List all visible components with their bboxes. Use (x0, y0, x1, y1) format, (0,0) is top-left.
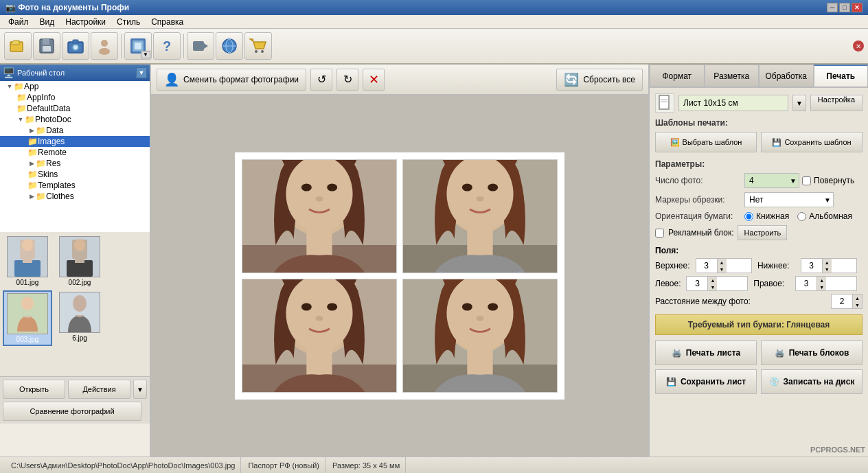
toolbar-save-btn[interactable] (33, 32, 60, 60)
orientation-book-label[interactable]: Книжная (744, 211, 789, 221)
markers-dropdown[interactable]: ▼ (822, 196, 833, 204)
thumbnail-area[interactable]: 001.jpg 002.jpg (0, 232, 150, 376)
minimize-button[interactable]: ─ (827, 3, 838, 12)
tree-item-clothes[interactable]: ▶ 📁 Clothes (0, 191, 150, 202)
menu-settings[interactable]: Настройки (60, 16, 111, 28)
thumbnail-001[interactable]: 001.jpg (3, 235, 52, 288)
tree-item-app[interactable]: ▼ 📁 App (0, 81, 150, 92)
top-field-spin[interactable]: ▲ ▼ (696, 258, 752, 273)
tree-item-defaultdata[interactable]: 📁 DefaultData (0, 103, 150, 114)
top-field-down[interactable]: ▼ (717, 266, 727, 273)
toolbar-open-btn[interactable] (4, 32, 32, 60)
right-field-down[interactable]: ▼ (816, 284, 826, 290)
bottom-field-down[interactable]: ▼ (822, 266, 832, 273)
orientation-land-label[interactable]: Альбомная (797, 211, 852, 221)
toolbar-person-btn[interactable] (91, 32, 118, 60)
menu-file[interactable]: Файл (3, 16, 34, 28)
bottom-field-input[interactable] (801, 261, 822, 270)
toolbar-video-btn[interactable] (187, 32, 214, 60)
rotate-checkbox[interactable] (802, 176, 811, 185)
actions-dropdown-btn[interactable]: ▼ (133, 380, 147, 399)
save-template-btn[interactable]: 💾 Сохранить шаблон (761, 132, 863, 152)
save-sheet-btn[interactable]: 💾 Сохранить лист (655, 369, 757, 394)
format-row: Лист 10х15 см ▼ Настройка (655, 93, 863, 113)
advert-checkbox[interactable] (655, 229, 664, 238)
tree-item-photodoc[interactable]: ▼ 📁 PhotoDoc (0, 114, 150, 125)
status-format: Паспорт РФ (новый) (242, 457, 326, 473)
svg-rect-64 (306, 349, 332, 374)
thumbnail-6[interactable]: 6.jpg (55, 290, 104, 346)
tree-item-data[interactable]: ▶ 📁 Data (0, 125, 150, 136)
tab-format[interactable]: Формат (650, 65, 705, 86)
markers-select[interactable]: Нет ▼ (744, 192, 834, 207)
format-dropdown-btn[interactable]: ▼ (792, 95, 806, 111)
tab-processing[interactable]: Обработка (759, 65, 814, 86)
orientation-book-radio[interactable] (744, 212, 753, 221)
bottom-field-up[interactable]: ▲ (822, 259, 832, 266)
menu-style[interactable]: Стиль (111, 16, 146, 28)
toolbar-effects-btn[interactable]: ▼ (124, 32, 152, 60)
format-settings-btn[interactable]: Настройка (810, 95, 863, 111)
distance-spin[interactable]: ▲ ▼ (831, 294, 863, 309)
actions-button[interactable]: Действия (68, 380, 130, 399)
svg-point-42 (301, 183, 312, 191)
file-tree[interactable]: ▼ 📁 App 📁 AppInfo 📁 DefaultData ▼ 📁 Phot… (0, 81, 150, 232)
toolbar-camera-btn[interactable] (62, 32, 89, 60)
maximize-button[interactable]: □ (839, 3, 850, 12)
distance-down[interactable]: ▼ (852, 301, 862, 308)
tree-item-appinfo[interactable]: 📁 AppInfo (0, 92, 150, 103)
compare-button[interactable]: Сравнение фотографий (3, 402, 141, 421)
left-field-down[interactable]: ▼ (707, 284, 717, 290)
print-sheet-btn[interactable]: 🖨️ Печать листа (655, 341, 757, 365)
toolbar-web-btn[interactable] (216, 32, 243, 60)
distance-label: Расстояние между фото: (655, 297, 751, 306)
menu-help[interactable]: Справка (146, 16, 189, 28)
top-field-up[interactable]: ▲ (717, 259, 727, 266)
distance-up[interactable]: ▲ (852, 295, 862, 301)
write-disk-btn[interactable]: 💿 Записать на диск (761, 369, 863, 394)
close-button[interactable]: ✕ (852, 3, 863, 12)
toolbar-close-icon[interactable]: ✕ (853, 41, 864, 51)
photo-count-select[interactable]: 4 ▼ (744, 173, 799, 188)
tree-item-skins[interactable]: 📁 Skins (0, 169, 150, 180)
tree-item-images[interactable]: 📁 Images (0, 136, 150, 147)
svg-point-7 (73, 45, 78, 49)
orientation-land-radio[interactable] (797, 212, 806, 221)
save-sheet-icon: 💾 (666, 377, 676, 387)
tab-print[interactable]: Печать (814, 65, 869, 86)
print-blocks-btn[interactable]: 🖨️ Печать блоков (761, 341, 863, 365)
bottom-field-spin[interactable]: ▲ ▼ (801, 258, 857, 273)
top-field-input[interactable] (696, 261, 717, 270)
right-field-up[interactable]: ▲ (816, 277, 826, 284)
rotate-right-btn[interactable]: ↻ (336, 69, 358, 91)
right-field-spin[interactable]: ▲ ▼ (795, 276, 857, 291)
tree-item-templates[interactable]: 📁 Templates (0, 180, 150, 191)
thumbnail-002[interactable]: 002.jpg (55, 235, 104, 288)
distance-input[interactable] (832, 297, 852, 306)
tab-markup[interactable]: Разметка (705, 65, 760, 86)
toolbar-help-btn[interactable]: ? (153, 32, 181, 60)
menu-view[interactable]: Вид (34, 16, 60, 28)
advert-configure-btn[interactable]: Настроить (738, 225, 787, 240)
reset-all-btn[interactable]: 🔄 Сбросить все (556, 69, 643, 91)
toolbar-cart-btn[interactable] (244, 32, 272, 60)
tree-item-res[interactable]: ▶ 📁 Res (0, 158, 150, 169)
left-field-spin[interactable]: ▲ ▼ (686, 276, 748, 291)
thumb-label-002: 002.jpg (69, 279, 91, 286)
save-sheet-label: Сохранить лист (681, 377, 746, 387)
rotate-left-btn[interactable]: ↺ (310, 69, 332, 91)
choose-template-btn[interactable]: 🖼️ Выбрать шаблон (655, 132, 757, 152)
file-tree-dropdown-btn[interactable]: ▼ (136, 67, 147, 78)
change-format-btn[interactable]: 👤 Сменить формат фотографии (157, 69, 306, 91)
orientation-row: Ориентация бумаги: Книжная Альбомная (655, 211, 863, 221)
tree-item-remote[interactable]: 📁 Remote (0, 147, 150, 158)
right-field-input[interactable] (796, 279, 816, 288)
left-field-up[interactable]: ▲ (707, 277, 717, 284)
svg-marker-1 (10, 41, 19, 45)
photo-count-dropdown[interactable]: ▼ (788, 177, 799, 185)
left-field-input[interactable] (687, 279, 707, 288)
status-path: C:\Users\Админ\Desktop\PhotoDoc\App\Phot… (5, 457, 241, 473)
thumbnail-003[interactable]: 003.jpg (3, 290, 52, 346)
delete-photo-btn[interactable]: ✕ (363, 69, 385, 91)
open-button[interactable]: Открыть (3, 380, 65, 399)
